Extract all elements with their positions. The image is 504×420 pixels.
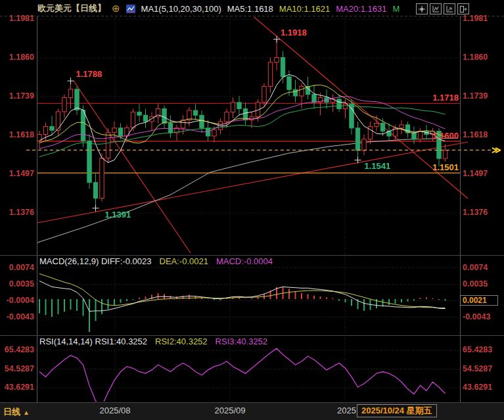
axis-pan-icon[interactable] <box>444 3 455 14</box>
macd-header: MACD(26,12,9) DIFF:-0.0023 DEA:-0.0021 M… <box>39 256 273 266</box>
circle-plus-icon[interactable]: ⊕ <box>112 4 120 13</box>
time-axis-bar: 日线▲ 2025/10/24 星期五 <box>0 403 504 420</box>
macd-diff-label: MACD(26,12,9) DIFF:-0.0023 <box>39 256 152 266</box>
chart-type-icon[interactable] <box>126 5 135 13</box>
triangle-up-icon: ▲ <box>23 409 30 416</box>
crosshair-move-icon[interactable] <box>416 3 428 14</box>
macd-value-label: MACD:-0.0004 <box>216 256 273 266</box>
ma-params-label: MA1(5,10,20,30,100) <box>141 4 221 14</box>
chart-window: ≫ 欧元美元【日线】 ⊕ MA1(5,10,20,30,100) MA5:1.1… <box>0 0 504 420</box>
rsi3-label: RSI3:40.3252 <box>216 337 268 346</box>
current-price-arrow-icon: ≫ <box>492 145 501 155</box>
axis-scale-icon[interactable] <box>430 3 442 14</box>
ma20-value: MA20:1.1631 <box>336 4 386 14</box>
header-bar: 欧元美元【日线】 ⊕ MA1(5,10,20,30,100) MA5:1.161… <box>37 2 400 15</box>
ma10-value: MA10:1.1621 <box>279 4 330 14</box>
timeframe-selector[interactable]: 日线▲ <box>3 406 30 418</box>
exit-chart-icon[interactable] <box>457 3 469 14</box>
rsi2-label: RSI2:40.3252 <box>155 337 208 346</box>
macd-dea-label: DEA:-0.0021 <box>160 256 208 266</box>
symbol-title[interactable]: 欧元美元【日线】 <box>37 3 106 14</box>
ma5-value: MA5:1.1618 <box>227 4 273 14</box>
rsi1-label: RSI(14,14,14) RSI1:40.3252 <box>39 337 147 346</box>
macd-axis-value-badge: 0.0021 <box>460 295 498 306</box>
ma30-value-truncated: M <box>393 4 400 14</box>
toolbar <box>416 3 469 14</box>
date-badge: 2025/10/24 星期五 <box>357 404 437 417</box>
rsi-header: RSI(14,14,14) RSI1:40.3252 RSI2:40.3252 … <box>39 337 267 346</box>
price-chart[interactable]: ≫ <box>0 0 504 420</box>
